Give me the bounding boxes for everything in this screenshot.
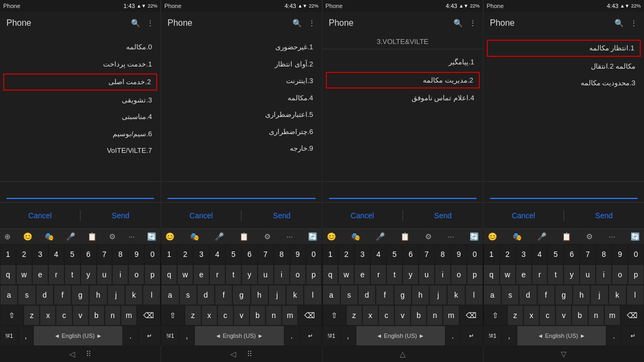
- menu-item-4-1[interactable]: مکالمه 2.انتقال: [484, 58, 644, 75]
- more-icon-2[interactable]: ⋮: [308, 19, 316, 27]
- menu-item-1-6[interactable]: 7.VoITE/ViLTE: [0, 142, 160, 159]
- key-e-2[interactable]: e: [193, 264, 209, 285]
- key-6-3[interactable]: 6: [402, 244, 419, 264]
- mic-icon-2[interactable]: 🎤: [215, 232, 224, 241]
- app-drawer-icon-2[interactable]: ⠿: [247, 350, 252, 358]
- sticker-icon-2[interactable]: 🎭: [190, 232, 199, 241]
- key-h-1[interactable]: h: [89, 285, 107, 305]
- key-p-1[interactable]: p: [144, 264, 160, 285]
- key-d-1[interactable]: d: [36, 285, 54, 305]
- key-n-3[interactable]: n: [427, 305, 443, 326]
- key-y-4[interactable]: y: [564, 264, 580, 285]
- key-j-3[interactable]: j: [429, 285, 447, 305]
- key-7-4[interactable]: 7: [580, 244, 596, 264]
- key-m-3[interactable]: m: [443, 305, 459, 326]
- key-g-1[interactable]: g: [71, 285, 89, 305]
- menu-item-1-0[interactable]: 0.مکالمه: [0, 39, 160, 56]
- num-sym-key-4[interactable]: !#1: [484, 326, 502, 346]
- key-0-3[interactable]: 0: [467, 244, 483, 264]
- key-v-3[interactable]: v: [394, 305, 411, 326]
- key-3-1[interactable]: 3: [32, 244, 48, 264]
- key-i-4[interactable]: i: [596, 264, 612, 285]
- key-l-2[interactable]: l: [304, 285, 321, 305]
- key-l-1[interactable]: l: [143, 285, 160, 305]
- key-x-3[interactable]: x: [362, 305, 378, 326]
- mic-icon-1[interactable]: 🎤: [66, 232, 75, 241]
- mic-icon-4[interactable]: 🎤: [537, 232, 546, 241]
- key-4-1[interactable]: 4: [48, 244, 64, 264]
- key-r-1[interactable]: r: [48, 264, 64, 285]
- key-m-1[interactable]: m: [121, 305, 137, 326]
- key-i-1[interactable]: i: [112, 264, 128, 285]
- space-key-1[interactable]: ◄ English (US) ►: [33, 326, 123, 346]
- period-key-1[interactable]: .: [123, 326, 138, 346]
- key-o-2[interactable]: o: [290, 264, 306, 285]
- mic-icon-3[interactable]: 🎤: [376, 232, 385, 241]
- key-q-3[interactable]: q: [323, 264, 339, 285]
- key-g-3[interactable]: g: [394, 285, 412, 305]
- key-o-3[interactable]: o: [451, 264, 467, 285]
- key-3-2[interactable]: 3: [193, 244, 209, 264]
- key-u-2[interactable]: u: [258, 264, 274, 285]
- key-7-2[interactable]: 7: [258, 244, 274, 264]
- enter-key-1[interactable]: ↵: [138, 326, 160, 346]
- sticker-icon-4[interactable]: 🎭: [513, 232, 522, 241]
- enter-key-4[interactable]: ↵: [621, 326, 644, 346]
- menu-item-2-4[interactable]: 5.اعتبارضطراری: [161, 106, 321, 123]
- key-u-4[interactable]: u: [580, 264, 596, 285]
- key-z-3[interactable]: z: [346, 305, 362, 326]
- back-icon-1[interactable]: ◁: [69, 350, 75, 358]
- key-2-4[interactable]: 2: [500, 244, 516, 264]
- send-button-4[interactable]: Send: [564, 207, 644, 224]
- key-l-4[interactable]: l: [626, 285, 644, 305]
- menu-item-1-5[interactable]: 6.سیم/بوسیم: [0, 125, 160, 143]
- key-8-3[interactable]: 8: [435, 244, 451, 264]
- key-h-4[interactable]: h: [573, 285, 590, 305]
- key-8-2[interactable]: 8: [274, 244, 290, 264]
- key-n-2[interactable]: n: [266, 305, 282, 326]
- key-6-1[interactable]: 6: [80, 244, 97, 264]
- key-4-4[interactable]: 4: [532, 244, 548, 264]
- key-s-3[interactable]: s: [340, 285, 358, 305]
- key-5-1[interactable]: 5: [64, 244, 80, 264]
- period-key-2[interactable]: .: [284, 326, 299, 346]
- sticker-icon-1[interactable]: 🎭: [45, 232, 54, 241]
- key-4-3[interactable]: 4: [370, 244, 386, 264]
- key-0-4[interactable]: 0: [628, 244, 644, 264]
- key-m-2[interactable]: m: [282, 305, 298, 326]
- key-1-4[interactable]: 1: [484, 244, 500, 264]
- key-m-4[interactable]: m: [604, 305, 620, 326]
- key-p-4[interactable]: p: [628, 264, 644, 285]
- key-s-1[interactable]: s: [18, 285, 35, 305]
- menu-item-3-2[interactable]: 4.اعلام تماس ناموفق: [323, 90, 483, 107]
- key-t-1[interactable]: t: [64, 264, 80, 285]
- space-key-4[interactable]: ◄ English (US) ►: [517, 326, 606, 346]
- text-input-2[interactable]: [167, 185, 315, 199]
- key-v-4[interactable]: v: [555, 305, 572, 326]
- toolbar-extra-icon-1[interactable]: ⊕: [4, 232, 11, 241]
- clipboard-icon-3[interactable]: 📋: [400, 232, 409, 241]
- clipboard-icon-4[interactable]: 📋: [562, 232, 571, 241]
- key-v-1[interactable]: v: [72, 305, 89, 326]
- sticker-icon-3[interactable]: 🎭: [351, 232, 360, 241]
- clipboard-icon-1[interactable]: 📋: [87, 232, 97, 241]
- more-toolbar-icon-3[interactable]: ···: [448, 232, 454, 241]
- key-y-3[interactable]: y: [402, 264, 419, 285]
- key-5-3[interactable]: 5: [386, 244, 402, 264]
- key-9-1[interactable]: 9: [128, 244, 144, 264]
- more-toolbar-icon-4[interactable]: ···: [609, 232, 615, 241]
- comma-key-1[interactable]: ,: [18, 326, 33, 346]
- key-w-3[interactable]: w: [338, 264, 354, 285]
- menu-item-1-3[interactable]: 3.تشویقی: [0, 92, 160, 109]
- search-icon-1[interactable]: 🔍: [131, 19, 140, 27]
- cancel-button-4[interactable]: Cancel: [484, 207, 564, 224]
- key-i-3[interactable]: i: [435, 264, 451, 285]
- more-icon-3[interactable]: ⋮: [469, 19, 477, 27]
- key-n-4[interactable]: n: [588, 305, 604, 326]
- text-input-3[interactable]: [329, 185, 477, 199]
- key-3-4[interactable]: 3: [516, 244, 532, 264]
- search-icon-3[interactable]: 🔍: [453, 19, 463, 27]
- key-r-4[interactable]: r: [532, 264, 548, 285]
- key-j-4[interactable]: j: [590, 285, 608, 305]
- key-p-3[interactable]: p: [467, 264, 483, 285]
